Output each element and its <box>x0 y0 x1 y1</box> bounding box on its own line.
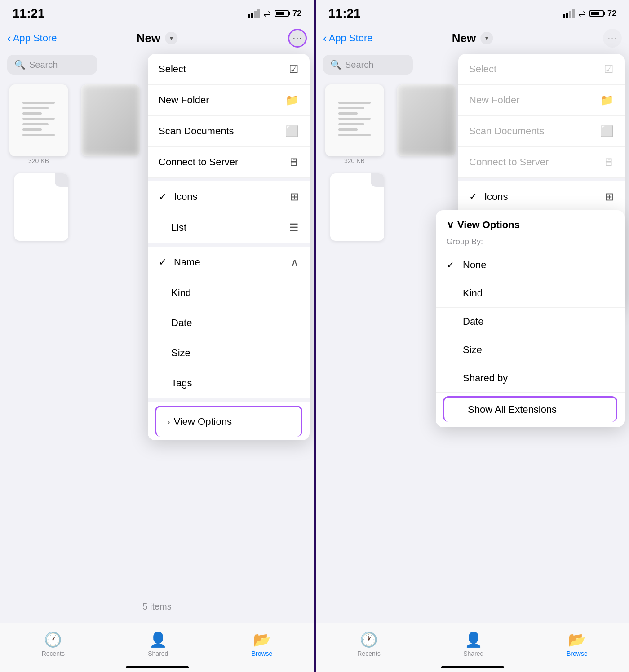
menu-item-new-folder[interactable]: New Folder 📁 <box>148 85 310 116</box>
submenu-label-none: None <box>463 259 487 271</box>
submenu-label-date: Date <box>463 316 483 327</box>
menu-item-connect-right[interactable]: Connect to Server 🖥 <box>458 147 625 178</box>
submenu-label-kind: Kind <box>463 287 483 299</box>
submenu-item-date[interactable]: ✓ Date <box>436 308 625 336</box>
submenu-item-shared-by[interactable]: ✓ Shared by <box>436 364 625 393</box>
tab-browse-label: Browse <box>252 650 273 657</box>
scan-icon: ⬜ <box>285 125 299 137</box>
list-item[interactable] <box>79 84 142 164</box>
tab-recents-left[interactable]: 🕐 Recents <box>42 631 65 657</box>
chevron-down-icon: ▾ <box>170 35 173 42</box>
search-bar-left[interactable]: 🔍 Search <box>7 55 97 75</box>
nav-title-left: New ▾ <box>137 31 177 45</box>
menu-item-scan-right[interactable]: Scan Documents ⬜ <box>458 116 625 147</box>
tab-shared-right[interactable]: 👤 Shared <box>463 631 483 657</box>
file-thumbnail <box>81 84 140 156</box>
menu-item-icons-right[interactable]: ✓ Icons ⊞ <box>458 181 625 212</box>
status-time-left: 11:21 <box>13 6 45 21</box>
menu-label-list: List <box>159 222 186 234</box>
menu-item-name[interactable]: ✓ Name ∧ <box>148 247 310 278</box>
menu-item-kind[interactable]: Kind <box>148 278 310 308</box>
nav-dropdown-button-left[interactable]: ▾ <box>165 32 177 44</box>
recents-icon-right: 🕐 <box>360 631 378 648</box>
back-button-right[interactable]: ‹ App Store <box>323 31 373 45</box>
sort-asc-icon: ∧ <box>291 256 299 269</box>
submenu-item-none[interactable]: ✓ None <box>436 251 625 279</box>
file-thumbnail <box>14 173 68 241</box>
new-folder-icon: 📁 <box>285 94 299 106</box>
battery-pct-left: 72 <box>292 9 301 18</box>
back-label-left: App Store <box>13 32 57 44</box>
menu-label-icons-right: Icons <box>484 191 508 203</box>
tab-shared-left[interactable]: 👤 Shared <box>148 631 168 657</box>
status-icons-right: ⇌ 72 <box>563 8 616 19</box>
menu-label-select-right: Select <box>469 63 496 75</box>
submenu-label-show-ext: Show All Extensions <box>468 404 557 416</box>
nav-title-right: New ▾ <box>452 31 493 45</box>
menu-item-size[interactable]: Size <box>148 338 310 368</box>
back-button-left[interactable]: ‹ App Store <box>7 31 57 45</box>
nav-bar-right: ‹ App Store New ▾ ··· <box>316 24 629 52</box>
file-size: 320 KB <box>28 157 49 164</box>
menu-label-icons: Icons <box>174 191 198 203</box>
more-options-button-left[interactable]: ··· <box>288 29 307 48</box>
menu-label-kind: Kind <box>159 287 191 299</box>
submenu-view-options: ∨ View Options Group By: ✓ None ✓ Kind ✓… <box>436 210 625 427</box>
menu-item-scan-documents[interactable]: Scan Documents ⬜ <box>148 116 310 147</box>
left-panel: 11:21 ⇌ 72 ‹ App Store New ▾ ··· <box>0 0 314 672</box>
submenu-item-show-all-extensions[interactable]: ✓ Show All Extensions <box>443 396 617 422</box>
menu-label-date: Date <box>159 317 192 329</box>
items-count-left: 5 items <box>0 594 314 623</box>
tab-browse-left[interactable]: 📂 Browse <box>252 631 273 657</box>
menu-item-date[interactable]: Date <box>148 308 310 338</box>
tab-shared-label-right: Shared <box>463 650 483 657</box>
check-icon: ✓ <box>159 191 167 203</box>
menu-item-select-right[interactable]: Select ☑ <box>458 54 625 85</box>
icons-view-icon-right: ⊞ <box>605 190 614 203</box>
select-icon: ☑ <box>289 63 299 75</box>
tab-shared-label: Shared <box>148 650 168 657</box>
nav-dropdown-button-right[interactable]: ▾ <box>480 32 493 44</box>
tab-browse-right[interactable]: 📂 Browse <box>567 631 588 657</box>
tab-browse-label-right: Browse <box>567 650 588 657</box>
tab-bar-left: 🕐 Recents 👤 Shared 📂 Browse <box>0 623 314 672</box>
menu-label-new-folder-right: New Folder <box>469 94 519 106</box>
menu-item-list[interactable]: List ☰ <box>148 212 310 243</box>
menu-item-tags[interactable]: Tags <box>148 368 310 398</box>
shared-icon-right: 👤 <box>465 631 483 648</box>
ellipsis-icon: ··· <box>292 32 302 44</box>
menu-item-icons[interactable]: ✓ Icons ⊞ <box>148 181 310 212</box>
tab-recents-right[interactable]: 🕐 Recents <box>357 631 380 657</box>
right-panel: 11:21 ⇌ 72 ‹ App Store New ▾ ··· <box>315 0 629 672</box>
list-item[interactable]: 320 KB <box>323 84 386 164</box>
file-thumbnail <box>9 84 68 156</box>
file-thumbnail <box>397 84 456 156</box>
submenu-item-kind[interactable]: ✓ Kind <box>436 279 625 308</box>
menu-item-connect-server[interactable]: Connect to Server 🖥 <box>148 147 310 178</box>
more-options-button-right[interactable]: ··· <box>603 29 622 48</box>
tab-recents-label: Recents <box>42 650 65 657</box>
shared-icon: 👤 <box>149 631 167 648</box>
chevron-down-icon-right: ▾ <box>485 35 488 42</box>
bottom-area-right: 🕐 Recents 👤 Shared 📂 Browse <box>316 623 629 672</box>
home-indicator-left <box>126 666 189 668</box>
recents-icon: 🕐 <box>44 631 62 648</box>
menu-item-view-options[interactable]: › View Options <box>155 406 302 437</box>
server-icon: 🖥 <box>288 156 299 168</box>
menu-label-tags: Tags <box>159 377 192 389</box>
menu-label-select: Select <box>159 63 186 75</box>
status-icons-left: ⇌ 72 <box>248 8 301 19</box>
back-label-right: App Store <box>329 32 373 44</box>
menu-item-new-folder-right[interactable]: New Folder 📁 <box>458 85 625 116</box>
search-placeholder-right: Search <box>345 60 373 70</box>
nav-title-text-left: New <box>137 31 160 45</box>
list-item[interactable]: 320 KB <box>7 84 70 164</box>
tab-recents-label-right: Recents <box>357 650 380 657</box>
submenu-item-size[interactable]: ✓ Size <box>436 336 625 364</box>
scan-icon-right: ⬜ <box>600 125 614 137</box>
search-bar-right[interactable]: 🔍 Search <box>323 55 413 75</box>
menu-label-size: Size <box>159 347 190 359</box>
check-icon-name: ✓ <box>159 256 167 268</box>
list-item[interactable] <box>395 84 458 164</box>
menu-item-select[interactable]: Select ☑ <box>148 54 310 85</box>
